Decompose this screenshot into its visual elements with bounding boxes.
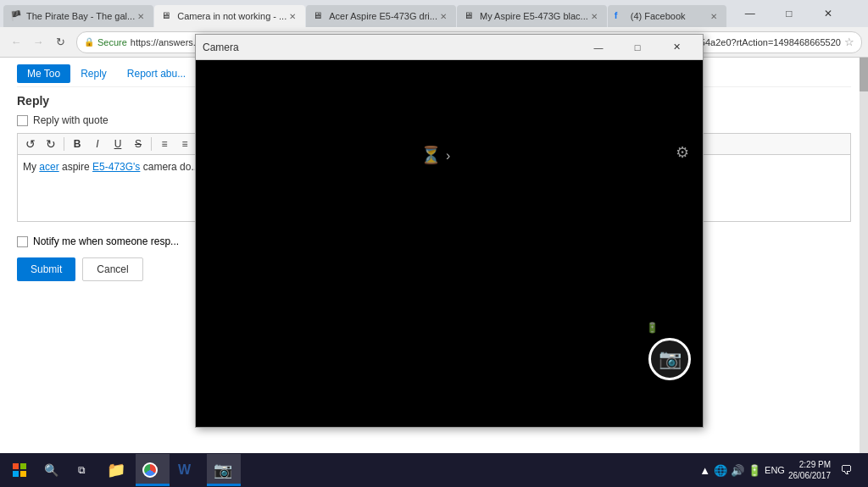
submit-button[interactable]: Submit — [17, 257, 75, 281]
tab-close-1[interactable]: ✕ — [135, 10, 147, 22]
tab-favicon-3: 🖥 — [313, 10, 325, 22]
tab-favicon-1: 🏴 — [10, 10, 22, 22]
page-scrollbar-thumb[interactable] — [860, 58, 868, 91]
taskbar-time-display: 2:29 PM — [799, 459, 831, 470]
tab-piratebay[interactable]: 🏴 The Pirate Bay - The gal... ✕ — [3, 5, 153, 27]
reply-with-quote-label: Reply with quote — [33, 114, 108, 126]
editor-link-acer[interactable]: acer — [39, 161, 58, 173]
camera-arrow-icon: › — [446, 148, 450, 163]
system-tray: ▲ 🌐 🔊 🔋 ENG 2:29 PM 26/06/2017 🗨 — [693, 454, 865, 486]
tab-title-1: The Pirate Bay - The gal... — [26, 11, 135, 21]
back-button[interactable]: ← — [7, 33, 25, 52]
tab-title-5: (4) Facebook — [631, 11, 708, 21]
camera-settings-icon[interactable]: ⚙ — [676, 143, 689, 162]
taskbar-clock[interactable]: 2:29 PM 26/06/2017 — [788, 459, 831, 481]
file-explorer-icon: 📁 — [107, 461, 125, 479]
taskbar-taskview-button[interactable]: ⧉ — [66, 454, 97, 486]
secure-icon: 🔒 — [84, 37, 94, 47]
camera-title-bar: Camera — □ ✕ — [196, 35, 703, 60]
editor-link-model[interactable]: E5-473G's — [92, 161, 140, 173]
notify-label: Notify me when someone resp... — [33, 235, 179, 247]
forward-button[interactable]: → — [29, 33, 47, 52]
secure-label: Secure — [97, 37, 127, 47]
taskbar: 🔍 ⧉ 📁 W 📷 ▲ 🌐 🔊 🔋 ENG 2:29 PM 26/06/2017 — [0, 453, 868, 487]
camera-window: Camera — □ ✕ ⏳ › ⚙ 🔋 📷 — [195, 34, 704, 428]
start-button[interactable] — [3, 454, 36, 486]
italic-button[interactable]: I — [88, 136, 107, 152]
strikethrough-button[interactable]: S — [129, 136, 147, 152]
tab-favicon-4: 🖥 — [464, 10, 476, 22]
network-icon[interactable]: 🌐 — [714, 464, 727, 477]
camera-body: ⏳ › ⚙ 🔋 📷 — [196, 60, 703, 427]
windows-logo-icon — [13, 463, 26, 477]
minimize-button[interactable]: — — [731, 0, 770, 27]
tab-favicon-5: f — [615, 10, 626, 22]
tab-facebook[interactable]: f (4) Facebook ✕ — [608, 5, 726, 27]
bookmark-icon[interactable]: ☆ — [844, 36, 854, 48]
tab-close-2[interactable]: ✕ — [287, 10, 298, 22]
reply-button[interactable]: Reply — [70, 64, 117, 83]
reload-button[interactable]: ↻ — [51, 33, 70, 52]
camera-app-icon: 📷 — [214, 461, 232, 479]
camera-loading-icon: ⏳ — [420, 145, 442, 165]
lang-label[interactable]: ENG — [765, 465, 785, 475]
maximize-button[interactable]: □ — [770, 0, 809, 27]
camera-title-text: Camera — [203, 42, 579, 53]
tab-title-4: My Aspire E5-473G blac... — [480, 11, 588, 21]
tab-title-3: Acer Aspire E5-473G dri... — [329, 11, 437, 21]
title-bar: 🏴 The Pirate Bay - The gal... ✕ 🖥 Camera… — [0, 0, 868, 27]
taskbar-app-camera[interactable]: 📷 — [207, 454, 241, 486]
battery-icon[interactable]: 🔋 — [748, 464, 761, 477]
camera-maximize-button[interactable]: □ — [618, 35, 657, 60]
taskbar-apps: 📁 W 📷 — [97, 454, 693, 486]
hidden-icons-button[interactable]: ▲ — [699, 464, 710, 477]
underline-button[interactable]: U — [108, 136, 127, 152]
cancel-button[interactable]: Cancel — [82, 257, 142, 281]
report-abuse-button[interactable]: Report abu... — [117, 64, 196, 83]
nav-buttons: ← → ↻ — [7, 33, 70, 52]
tab-bar: 🏴 The Pirate Bay - The gal... ✕ 🖥 Camera… — [3, 0, 727, 27]
camera-battery-icon: 🔋 — [646, 322, 659, 334]
action-center-icon[interactable]: 🗨 — [834, 454, 858, 486]
page-scrollbar[interactable] — [860, 58, 868, 453]
volume-icon[interactable]: 🔊 — [731, 464, 744, 477]
me-too-button[interactable]: Me Too — [17, 64, 70, 83]
tab-acer-black[interactable]: 🖥 My Aspire E5-473G blac... ✕ — [457, 5, 607, 27]
camera-close-button[interactable]: ✕ — [657, 35, 696, 60]
undo-button[interactable]: ↺ — [21, 136, 40, 152]
word-icon: W — [178, 462, 191, 478]
align-center-button[interactable]: ≡ — [175, 136, 194, 152]
taskbar-app-word[interactable]: W — [171, 454, 205, 486]
tab-close-3[interactable]: ✕ — [437, 10, 449, 22]
reply-with-quote-checkbox[interactable] — [17, 115, 28, 126]
close-button[interactable]: ✕ — [809, 0, 848, 27]
taskbar-date-display: 26/06/2017 — [788, 470, 831, 481]
redo-button[interactable]: ↻ — [42, 136, 60, 152]
tab-camera[interactable]: 🖥 Camera in not working - ... ✕ — [154, 5, 305, 27]
align-left-button[interactable]: ≡ — [155, 136, 174, 152]
camera-capture-icon: 📷 — [659, 348, 682, 370]
taskbar-search-button[interactable]: 🔍 — [36, 454, 66, 486]
camera-window-controls: — □ ✕ — [579, 35, 696, 60]
tab-close-4[interactable]: ✕ — [588, 10, 600, 22]
camera-capture-button[interactable]: 📷 — [648, 338, 691, 380]
tab-title-2: Camera in not working - ... — [177, 11, 287, 21]
camera-minimize-button[interactable]: — — [579, 35, 618, 60]
chrome-icon — [142, 462, 158, 478]
bold-button[interactable]: B — [68, 136, 86, 152]
toolbar-separator-1 — [64, 137, 64, 151]
tab-favicon-2: 🖥 — [161, 10, 173, 22]
taskbar-app-chrome[interactable] — [136, 454, 170, 486]
tab-acer-driver[interactable]: 🖥 Acer Aspire E5-473G dri... ✕ — [306, 5, 456, 27]
tab-close-5[interactable]: ✕ — [708, 10, 720, 22]
toolbar-separator-2 — [151, 137, 152, 151]
taskbar-app-explorer[interactable]: 📁 — [100, 454, 134, 486]
window-controls: — □ ✕ — [731, 0, 848, 27]
notify-checkbox[interactable] — [17, 236, 28, 247]
